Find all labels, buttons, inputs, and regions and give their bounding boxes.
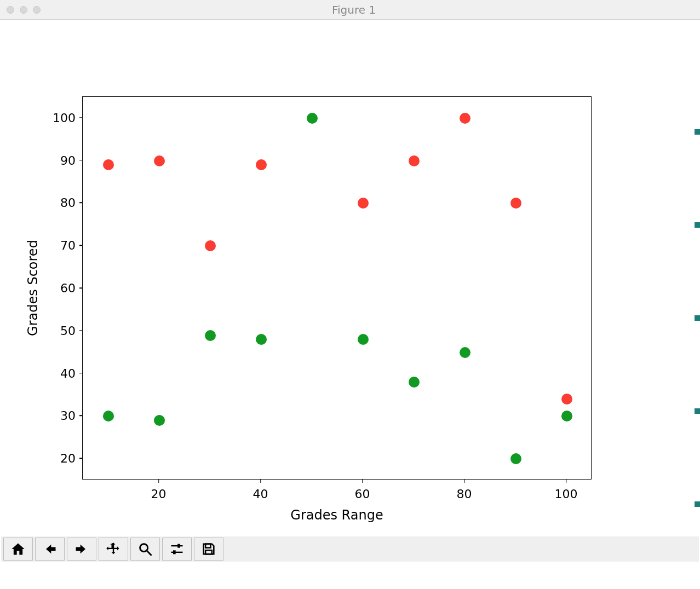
- data-point: [460, 113, 471, 124]
- background-artifact: [695, 42, 700, 519]
- data-point: [205, 240, 216, 251]
- data-point: [358, 198, 369, 209]
- y-tick-mark: [79, 330, 83, 331]
- svg-rect-3: [177, 544, 180, 548]
- data-point: [561, 394, 572, 405]
- y-tick-mark: [79, 160, 83, 161]
- window-traffic-lights: [7, 6, 41, 14]
- svg-rect-5: [173, 550, 176, 554]
- y-tick-label: 60: [60, 281, 76, 295]
- y-tick-label: 70: [60, 239, 76, 252]
- y-tick-label: 20: [60, 452, 76, 465]
- y-tick-mark: [79, 203, 83, 204]
- x-tick-mark: [566, 480, 567, 483]
- zoom-button[interactable]: [130, 538, 160, 561]
- data-point: [510, 198, 521, 209]
- configure-button[interactable]: [162, 538, 192, 561]
- move-icon: [106, 541, 121, 557]
- y-tick-mark: [79, 415, 83, 417]
- x-tick-label: 20: [151, 487, 167, 501]
- save-button[interactable]: [194, 538, 223, 561]
- save-icon: [201, 541, 216, 557]
- minimize-icon[interactable]: [20, 6, 27, 14]
- data-point: [409, 155, 420, 166]
- x-tick-label: 80: [457, 487, 472, 501]
- x-tick-mark: [260, 480, 261, 483]
- x-tick-mark: [362, 480, 363, 483]
- sliders-icon: [169, 541, 185, 557]
- x-tick-mark: [158, 480, 159, 483]
- y-tick-label: 90: [60, 153, 76, 167]
- maximize-icon[interactable]: [33, 6, 41, 14]
- arrow-right-icon: [74, 541, 89, 557]
- home-button[interactable]: [3, 538, 33, 561]
- x-tick-label: 100: [555, 487, 578, 501]
- zoom-icon: [137, 541, 153, 557]
- svg-rect-6: [205, 544, 210, 548]
- forward-button[interactable]: [67, 538, 96, 561]
- y-tick-label: 30: [60, 409, 76, 423]
- window-title: Figure 1: [46, 3, 700, 16]
- data-point: [256, 334, 267, 345]
- y-tick-label: 100: [53, 111, 76, 124]
- back-button[interactable]: [35, 538, 65, 561]
- y-tick-label: 50: [60, 324, 76, 337]
- data-point: [460, 347, 471, 358]
- y-tick-mark: [79, 117, 83, 118]
- arrow-left-icon: [42, 541, 58, 557]
- x-axis-label: Grades Range: [290, 507, 383, 523]
- y-tick-mark: [79, 245, 83, 246]
- svg-rect-7: [205, 550, 212, 554]
- data-point: [409, 377, 420, 388]
- y-tick-mark: [79, 287, 83, 288]
- data-point: [154, 155, 165, 166]
- y-tick-mark: [79, 458, 83, 459]
- data-point: [103, 411, 114, 421]
- y-tick-mark: [79, 373, 83, 374]
- data-point: [561, 411, 572, 421]
- matplotlib-toolbar: [1, 536, 699, 562]
- data-point: [103, 159, 114, 170]
- data-point: [307, 113, 318, 124]
- home-icon: [10, 541, 26, 557]
- y-tick-label: 40: [60, 366, 76, 380]
- close-icon[interactable]: [7, 6, 14, 14]
- y-axis-ticks: 2030405060708090100: [0, 96, 82, 480]
- svg-line-1: [147, 551, 152, 556]
- x-tick-label: 40: [253, 487, 268, 501]
- y-axis-label: Grades Scored: [25, 240, 41, 336]
- pan-button[interactable]: [99, 538, 128, 561]
- x-tick-label: 60: [355, 487, 370, 501]
- scatter-plot-area: [82, 96, 592, 480]
- window-titlebar: Figure 1: [0, 0, 700, 20]
- figure-canvas: 2030405060708090100 20406080100 Grades S…: [0, 20, 700, 563]
- data-point: [256, 159, 267, 170]
- data-point: [205, 330, 216, 341]
- data-point: [358, 334, 369, 345]
- svg-point-0: [140, 544, 148, 552]
- data-point: [510, 453, 521, 464]
- data-point: [154, 415, 165, 426]
- y-tick-label: 80: [60, 196, 76, 210]
- x-tick-mark: [464, 480, 465, 483]
